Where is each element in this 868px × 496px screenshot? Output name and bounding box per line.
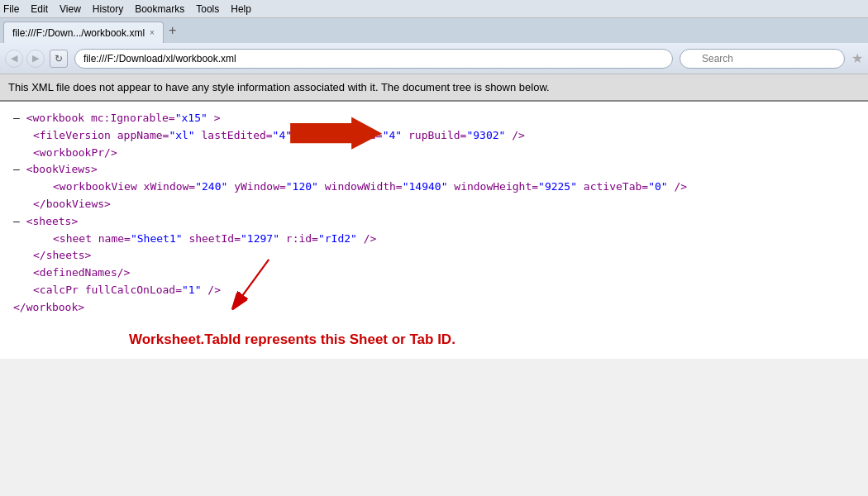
- xml-line-workbookpr: <workbookPr/>: [33, 145, 855, 162]
- xml-attr-fullcalconload: fullCalcOnLoad=: [85, 284, 182, 296]
- xml-val-activetab: "0": [648, 180, 667, 193]
- navbar: ◀ ▶ ↻ 🔍 ★: [0, 43, 868, 74]
- xml-val-xwindow: "240": [195, 180, 227, 193]
- xml-attr-activetab: activeTab=: [584, 180, 648, 193]
- xml-close-workbook: >: [214, 112, 221, 124]
- xml-content: – <workbook mc:Ignorable="x15" > <fileVe…: [0, 102, 868, 359]
- menu-tools[interactable]: Tools: [196, 3, 219, 15]
- browser-tab[interactable]: file:///F:/Down.../workbook.xml ×: [3, 21, 164, 43]
- xml-val-rupbuild: "9302": [466, 129, 505, 141]
- xml-end-workbookview: />: [674, 180, 687, 193]
- xml-line-definednames: <definedNames/>: [33, 265, 855, 282]
- xml-val-sheetid: "1297": [241, 232, 279, 245]
- url-bar[interactable]: [74, 49, 673, 69]
- menu-help[interactable]: Help: [231, 3, 251, 15]
- xml-tag-fileversion: <fileVersion: [33, 129, 111, 141]
- back-button[interactable]: ◀: [5, 50, 23, 68]
- menu-view[interactable]: View: [60, 3, 81, 15]
- reload-button[interactable]: ↻: [50, 50, 68, 68]
- search-input[interactable]: [680, 49, 845, 69]
- xml-line-close-sheets: </sheets>: [33, 247, 855, 265]
- annotation-text: Worksheet.TabId represents this Sheet or…: [129, 331, 455, 347]
- menubar: File Edit View History Bookmarks Tools H…: [0, 0, 868, 18]
- forward-icon: ▶: [32, 53, 39, 64]
- xml-tag-sheets: <sheets>: [26, 215, 79, 227]
- xml-val-windowwidth: "14940": [403, 180, 448, 193]
- xml-attr-sheetid: sheetId=: [188, 232, 241, 245]
- xml-tag-sheet: <sheet: [53, 232, 92, 245]
- xml-attr-rid: r:id=: [286, 232, 318, 245]
- xml-tag-bookviews: <bookViews>: [26, 163, 98, 175]
- search-container: 🔍: [680, 49, 845, 69]
- xml-line-calcpr: <calcPr fullCalcOnLoad="1" />: [33, 282, 855, 299]
- xml-tag-workbookview: <workbookView: [53, 180, 137, 193]
- xml-val-appname: "xl": [169, 129, 194, 141]
- xml-attr-ignorable: mc:Ignorable=: [91, 112, 175, 124]
- xml-line-fileversion: <fileVersion appName="xl" lastEdited="4"…: [33, 127, 855, 145]
- xml-val-fullcalconload: "1": [182, 284, 201, 296]
- xml-line-sheets: – <sheets>: [13, 213, 855, 231]
- xml-val-name: "Sheet1": [131, 232, 183, 245]
- xml-end-calcpr: />: [207, 284, 221, 296]
- menu-bookmarks[interactable]: Bookmarks: [135, 3, 184, 15]
- xml-collapse-2: –: [13, 163, 26, 175]
- xml-val-lowestedited: "4": [383, 129, 402, 141]
- xml-end-fileversion: />: [512, 129, 525, 141]
- xml-tag-close-workbook: </workbook>: [13, 301, 84, 313]
- xml-line-close-bookviews: </bookViews>: [33, 196, 855, 213]
- xml-attr-appname: appName=: [117, 129, 169, 141]
- xml-val-ignorable: "x15": [175, 112, 207, 124]
- content-area: – <workbook mc:Ignorable="x15" > <fileVe…: [0, 102, 868, 359]
- bookmark-star-icon[interactable]: ★: [851, 50, 863, 66]
- xml-collapse-1: –: [13, 112, 26, 124]
- tabbar: file:///F:/Down.../workbook.xml × +: [0, 18, 868, 43]
- xml-line-workbook: – <workbook mc:Ignorable="x15" >: [13, 110, 855, 127]
- menu-history[interactable]: History: [93, 3, 123, 15]
- xml-attr-xwindow: xWindow=: [144, 180, 196, 193]
- xml-line-sheet: <sheet name="Sheet1" sheetId="1297" r:id…: [53, 231, 855, 248]
- xml-attr-lastedited: lastEdited=: [202, 129, 273, 141]
- xml-end-sheet: />: [364, 232, 377, 245]
- xml-val-ywindow: "120": [286, 180, 318, 193]
- xml-tag-close-bookviews: </bookViews>: [33, 198, 111, 210]
- menu-file[interactable]: File: [3, 3, 19, 15]
- new-tab-button[interactable]: +: [169, 24, 176, 37]
- xml-tag-workbookpr: <workbookPr/>: [33, 146, 117, 159]
- xml-val-rid: "rId2": [318, 232, 357, 245]
- xml-attr-ywindow: yWindow=: [234, 180, 286, 193]
- forward-button[interactable]: ▶: [26, 50, 45, 68]
- xml-attr-rupbuild: rupBuild=: [408, 129, 466, 141]
- xml-attr-name: name=: [98, 232, 131, 245]
- tab-title: file:///F:/Down.../workbook.xml: [12, 27, 145, 39]
- xml-val-windowheight: "9225": [538, 180, 577, 193]
- infobar-message: This XML file does not appear to have an…: [8, 81, 550, 93]
- xml-attr-windowheight: windowHeight=: [454, 180, 538, 193]
- xml-attr-lowestedited: lowestEdited=: [298, 129, 383, 141]
- xml-tag-workbook: <workbook: [26, 112, 84, 124]
- xml-line-close-workbook: </workbook>: [13, 299, 855, 317]
- menu-edit[interactable]: Edit: [31, 3, 48, 15]
- xml-line-workbookview: <workbookView xWindow="240" yWindow="120…: [53, 179, 855, 196]
- xml-attr-windowwidth: windowWidth=: [325, 180, 403, 193]
- xml-val-lastedited: "4": [273, 129, 292, 141]
- xml-line-bookviews: – <bookViews>: [13, 161, 855, 179]
- xml-collapse-3: –: [13, 215, 26, 227]
- infobar: This XML file does not appear to have an…: [0, 74, 868, 102]
- xml-tag-close-sheets: </sheets>: [33, 249, 91, 261]
- back-icon: ◀: [11, 53, 17, 64]
- reload-icon: ↻: [55, 53, 63, 64]
- xml-tag-definednames: <definedNames/>: [33, 266, 130, 279]
- xml-tag-calcpr: <calcPr: [33, 284, 79, 296]
- tab-close-button[interactable]: ×: [150, 28, 155, 37]
- annotation: Worksheet.TabId represents this Sheet or…: [129, 328, 855, 351]
